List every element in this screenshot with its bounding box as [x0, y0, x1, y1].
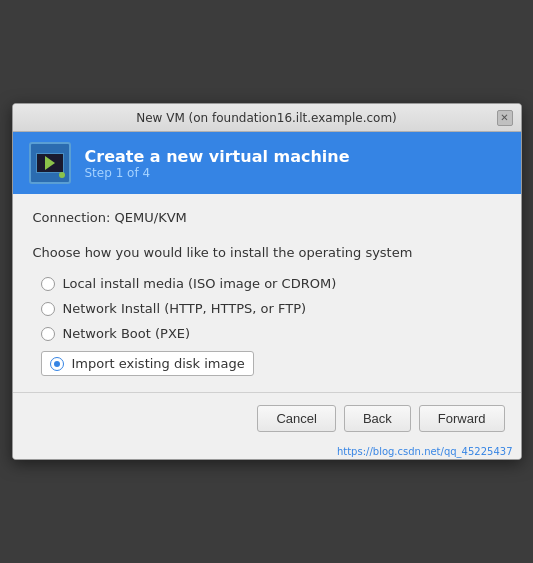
- radio-option-network-install[interactable]: Network Install (HTTP, HTTPS, or FTP): [41, 301, 501, 316]
- radio-label-import: Import existing disk image: [72, 356, 245, 371]
- play-icon: [45, 156, 55, 170]
- radio-circle-network-install[interactable]: [41, 302, 55, 316]
- connection-info: Connection: QEMU/KVM: [33, 210, 501, 225]
- selected-option-box: Import existing disk image: [41, 351, 254, 376]
- close-button[interactable]: ✕: [497, 110, 513, 126]
- install-options: Local install media (ISO image or CDROM)…: [41, 276, 501, 376]
- cancel-button[interactable]: Cancel: [257, 405, 335, 432]
- radio-label-network-install: Network Install (HTTP, HTTPS, or FTP): [63, 301, 307, 316]
- install-question: Choose how you would like to install the…: [33, 245, 501, 260]
- main-window: New VM (on foundation16.ilt.example.com)…: [12, 103, 522, 460]
- watermark: https://blog.csdn.net/qq_45225437: [13, 444, 521, 459]
- header-text: Create a new virtual machine Step 1 of 4: [85, 147, 350, 180]
- radio-circle-network-boot[interactable]: [41, 327, 55, 341]
- radio-circle-local[interactable]: [41, 277, 55, 291]
- connection-label: Connection:: [33, 210, 111, 225]
- connection-value: QEMU/KVM: [115, 210, 187, 225]
- footer: Cancel Back Forward: [13, 392, 521, 444]
- radio-option-network-boot[interactable]: Network Boot (PXE): [41, 326, 501, 341]
- radio-option-local[interactable]: Local install media (ISO image or CDROM): [41, 276, 501, 291]
- content-area: Connection: QEMU/KVM Choose how you woul…: [13, 194, 521, 392]
- status-dot: [59, 172, 65, 178]
- radio-circle-import[interactable]: [50, 357, 64, 371]
- vm-icon: [29, 142, 71, 184]
- forward-button[interactable]: Forward: [419, 405, 505, 432]
- window-title: New VM (on foundation16.ilt.example.com): [37, 111, 497, 125]
- radio-label-network-boot: Network Boot (PXE): [63, 326, 191, 341]
- vm-icon-screen: [36, 153, 64, 173]
- radio-dot-import: [54, 361, 60, 367]
- header-section: Create a new virtual machine Step 1 of 4: [13, 132, 521, 194]
- titlebar: New VM (on foundation16.ilt.example.com)…: [13, 104, 521, 132]
- back-button[interactable]: Back: [344, 405, 411, 432]
- header-subtitle: Step 1 of 4: [85, 166, 350, 180]
- radio-option-import[interactable]: Import existing disk image: [41, 351, 501, 376]
- radio-label-local: Local install media (ISO image or CDROM): [63, 276, 337, 291]
- header-title: Create a new virtual machine: [85, 147, 350, 166]
